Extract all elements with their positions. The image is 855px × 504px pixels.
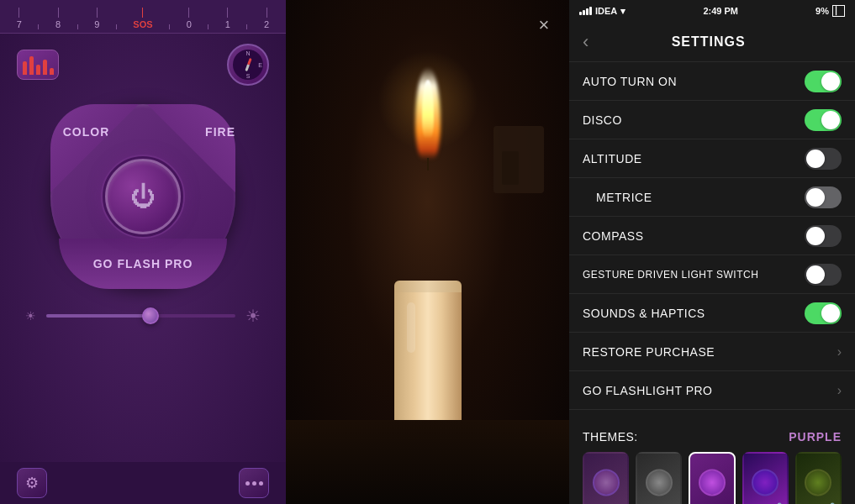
dot-icon-3: [259, 481, 263, 486]
power-icon: ⏻: [130, 182, 156, 211]
spacer: [569, 410, 855, 420]
ruler: 7 8 9 SOS: [0, 0, 286, 34]
time-display: 2:49 PM: [703, 6, 738, 16]
top-controls: N S E: [0, 34, 286, 96]
settings-row-disco[interactable]: DISCO: [569, 101, 855, 139]
themes-label: THEMES:: [583, 430, 638, 444]
themes-selected-value: PURPLE: [789, 430, 842, 444]
candle-panel: ×: [286, 0, 569, 504]
status-left: IDEA ▾: [579, 6, 625, 17]
theme-item-1[interactable]: [583, 452, 629, 504]
close-button[interactable]: ×: [531, 13, 557, 38]
candle-scene: ×: [286, 0, 569, 504]
theme-item-2[interactable]: [636, 452, 682, 504]
flame-inner: [422, 80, 434, 139]
toggle-disco[interactable]: [805, 109, 842, 131]
settings-row-sounds[interactable]: SOUNDS & HAPTICS: [569, 294, 855, 333]
settings-row-altitude[interactable]: ALTITUDE: [569, 139, 855, 178]
gear-icon: ⚙: [25, 474, 39, 492]
chevron-icon: ›: [837, 344, 842, 360]
theme-item-5[interactable]: [795, 452, 842, 504]
candle-body: [394, 286, 462, 437]
settings-button[interactable]: ⚙: [17, 468, 47, 498]
battery-label: 9%: [815, 6, 829, 16]
battery-icon: ▏: [832, 5, 845, 17]
dot-icon-2: [252, 481, 256, 486]
signal-icon: [579, 7, 592, 15]
theme-item-4[interactable]: [742, 452, 789, 504]
toggle-altitude[interactable]: [805, 148, 842, 170]
settings-row-restore[interactable]: RESTORE PURCHASE ›: [569, 333, 855, 371]
ruler-tick-short2: [116, 24, 117, 29]
settings-header: ‹ SETTINGS: [569, 22, 855, 62]
more-button[interactable]: [239, 468, 269, 498]
eq-button[interactable]: [17, 50, 59, 80]
candle-wick: [427, 158, 429, 171]
ruler-tick-1: 1: [225, 8, 230, 29]
ruler-tick-label-8: 8: [55, 8, 61, 29]
status-bar: IDEA ▾ 2:49 PM 9% ▏: [569, 0, 855, 22]
compass-widget[interactable]: N S E: [227, 44, 269, 86]
toggle-thumb: [806, 227, 825, 245]
theme-preview-2: [646, 469, 673, 496]
toggle-compass[interactable]: [805, 225, 842, 247]
ruler-tick-2: 2: [264, 8, 269, 29]
settings-title: SETTINGS: [595, 34, 821, 50]
status-right: 9% ▏: [815, 5, 845, 17]
candle-reflection: [407, 302, 415, 353]
candle-flame: [415, 67, 441, 160]
settings-row-go-flashlight[interactable]: GO FLASHLIGHT PRO ›: [569, 371, 855, 410]
ruler-tick-short5: [246, 24, 247, 29]
compass-display: N S E: [233, 50, 263, 80]
candle-top: [394, 281, 462, 292]
ruler-tick-short: [77, 24, 78, 29]
toggle-sounds[interactable]: [805, 302, 842, 324]
settings-panel: IDEA ▾ 2:49 PM 9% ▏ ‹ SETTINGS AUTO TURN…: [569, 0, 855, 504]
bottom-bar: ⚙: [0, 462, 286, 504]
settings-row-compass[interactable]: COMPASS: [569, 217, 855, 255]
bg-object-2: [502, 151, 519, 185]
toggle-thumb: [821, 304, 840, 323]
settings-row-auto-turn-on[interactable]: AUTO TURN ON: [569, 62, 855, 101]
ruler-tick-9: 9: [94, 8, 99, 29]
theme-preview-4: [752, 469, 778, 496]
main-control: COLOR FIRE GO FLASH PRO ⏻: [0, 104, 286, 289]
toggle-thumb: [806, 265, 825, 284]
ruler-tick-8: [38, 24, 39, 29]
settings-row-gesture[interactable]: GESTURE DRIVEN LIGHT SWITCH: [569, 255, 855, 294]
ruler-tick-sos: SOS: [133, 8, 152, 29]
toggle-thumb: [806, 188, 825, 207]
toggle-metrice[interactable]: [805, 186, 842, 208]
brightness-slider-section: ☀ ☀: [0, 289, 286, 343]
power-button[interactable]: ⏻: [105, 159, 181, 234]
themes-header: THEMES: PURPLE: [583, 430, 842, 444]
ruler-tick-short4: [208, 24, 208, 29]
carrier-label: IDEA: [595, 6, 617, 16]
dot-icon-1: [245, 481, 250, 486]
theme-item-3[interactable]: [689, 452, 735, 504]
app-control-panel: 7 8 9 SOS: [0, 0, 286, 504]
outer-ring: COLOR FIRE GO FLASH PRO ⏻: [50, 104, 235, 289]
ruler-tick-7: 7: [17, 8, 22, 29]
brightness-high-icon: ☀: [245, 306, 261, 326]
theme-preview-1: [593, 469, 620, 496]
wifi-icon: ▾: [620, 6, 625, 17]
theme-preview-5: [805, 469, 831, 496]
go-flash-segment[interactable]: GO FLASH PRO: [59, 239, 227, 289]
toggle-auto-turn-on[interactable]: [805, 71, 842, 92]
themes-grid: [583, 452, 842, 504]
compass-needle-south: [245, 64, 250, 71]
ruler-tick-short3: [169, 24, 170, 29]
toggle-thumb: [821, 72, 840, 91]
slider-thumb[interactable]: [142, 307, 159, 324]
table-surface: [286, 420, 569, 504]
brightness-low-icon: ☀: [25, 309, 36, 323]
toggle-gesture[interactable]: [805, 264, 842, 286]
background-object: [493, 126, 544, 193]
back-button[interactable]: ‹: [583, 33, 588, 51]
ruler-tick-0: 0: [187, 8, 192, 29]
settings-row-metrice[interactable]: METRICE: [569, 178, 855, 217]
toggle-thumb: [806, 150, 825, 168]
brightness-slider[interactable]: [46, 314, 235, 318]
theme-preview-3: [699, 469, 726, 496]
